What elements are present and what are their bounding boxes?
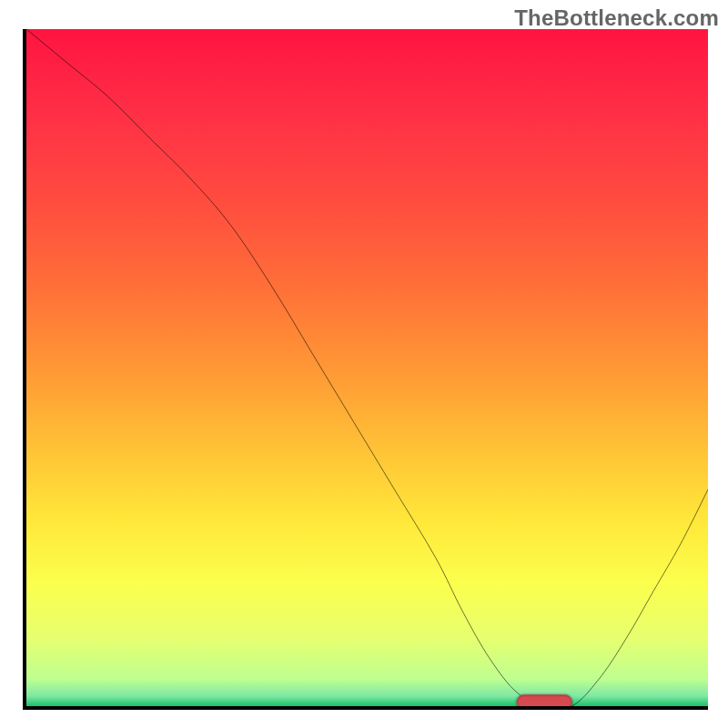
svg-rect-1 — [517, 694, 572, 706]
plot-area — [26, 29, 708, 706]
watermark: TheBottleneck.com — [514, 5, 719, 31]
plot-frame — [23, 29, 708, 710]
chart-root: TheBottleneck.com — [0, 0, 728, 728]
optimal-marker — [26, 29, 708, 706]
